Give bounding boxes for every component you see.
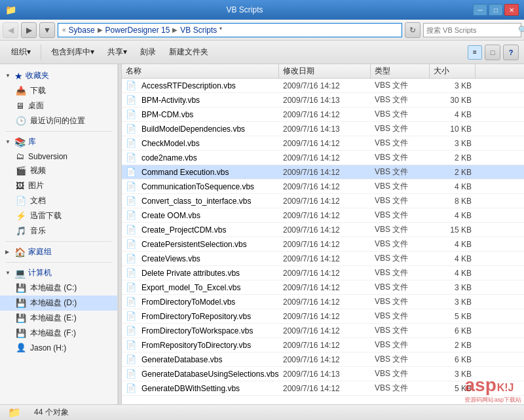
nav-item-subversion[interactable]: 🗂 Subversion [0,149,117,163]
statusbar: 📁 44 个对象 [0,404,524,420]
file-name: BPM-Activity.vbs [141,96,200,105]
table-row[interactable]: 📄 code2name.vbs 2009/7/16 14:12 VBS 文件 2… [122,151,524,165]
table-row[interactable]: 📄 FromDirectoryToModel.vbs 2009/7/16 14:… [122,295,524,309]
table-row[interactable]: 📄 CreatePersistentSelection.vbs 2009/7/1… [122,237,524,252]
nav-item-disk-h[interactable]: 👤 Jason (H:) [0,341,117,354]
nav-item-disk-f[interactable]: 💾 本地磁盘 (F:) [0,326,117,341]
nav-section-library: ▼ 📚 库 🗂 Subversion 🎬 视频 🖼 图片 📄 文档 ⚡ [0,134,117,239]
nav-item-xunlei[interactable]: ⚡ 迅雷下载 [0,208,117,223]
file-size-cell: 3 KB [430,136,476,150]
table-row[interactable]: 📄 Command Execution.vbs 2009/7/16 14:12 … [122,165,524,180]
nav-item-desktop[interactable]: 🖥 桌面 [0,98,117,113]
table-row[interactable]: 📄 Export_model_To_Excel.vbs 2009/7/16 14… [122,280,524,295]
file-name: BPM-CDM.vbs [141,110,193,119]
titlebar-title: VB Scripts [16,5,473,14]
file-name-cell: 📄 BPM-Activity.vbs [122,93,279,107]
file-size-cell: 2 KB [430,338,476,352]
nav-item-disk-e[interactable]: 💾 本地磁盘 (E:) [0,311,117,326]
file-size-cell: 3 KB [430,295,476,309]
file-date-cell: 2009/7/16 14:12 [279,338,371,352]
nav-item-video[interactable]: 🎬 视频 [0,163,117,178]
table-row[interactable]: 📄 BuildModelDependencies.vbs 2009/7/16 1… [122,122,524,136]
table-row[interactable]: 📄 BPM-Activity.vbs 2009/7/16 14:13 VBS 文… [122,93,524,107]
nav-divider-3 [5,262,112,263]
col-header-name[interactable]: 名称 [122,64,279,78]
table-row[interactable]: 📄 AccessRTFDescription.vbs 2009/7/16 14:… [122,79,524,93]
new-folder-button[interactable]: 新建文件夹 [163,43,214,62]
col-header-type[interactable]: 类型 [371,64,430,78]
path-sybase-label[interactable]: Sybase [69,26,95,35]
file-date-cell: 2009/7/16 14:12 [279,180,371,193]
nav-item-disk-d[interactable]: 💾 本地磁盘 (D:) [0,296,117,311]
file-icon: 📄 [126,225,136,235]
dropdown-button[interactable]: ▼ [39,22,55,38]
file-name-cell: 📄 GenerateDatabase.vbs [122,353,279,366]
table-row[interactable]: 📄 GenerateDBWithSetting.vbs 2009/7/16 14… [122,381,524,396]
refresh-button[interactable]: ↻ [405,22,421,38]
col-header-date[interactable]: 修改日期 [279,64,371,78]
share-button[interactable]: 共享▾ [102,43,133,62]
maximize-button[interactable]: □ [489,4,503,16]
nav-item-download[interactable]: 📥 下载 [0,83,117,98]
col-header-size[interactable]: 大小 [430,64,476,78]
table-row[interactable]: 📄 CreateViews.vbs 2009/7/16 14:12 VBS 文件… [122,252,524,266]
nav-item-disk-c[interactable]: 💾 本地磁盘 (C:) [0,280,117,296]
search-input[interactable] [426,26,517,34]
path-chevron[interactable]: ▾ [219,26,229,35]
help-button[interactable]: ? [503,45,519,60]
path-vbs[interactable]: VB Scripts [180,26,217,35]
search-icon[interactable]: 🔍 [518,26,524,35]
document-icon: 📄 [16,196,26,206]
forward-button[interactable]: ▶ [21,22,37,38]
nav-item-recent[interactable]: 🕒 最近访问的位置 [0,113,117,128]
filelist-header: 名称 修改日期 类型 大小 [122,64,524,79]
computer-icon: 💻 [14,268,26,278]
file-date-cell: 2009/7/16 14:12 [279,165,371,179]
table-row[interactable]: 📄 Convert_class_to_interface.vbs 2009/7/… [122,194,524,208]
nav-item-picture[interactable]: 🖼 图片 [0,178,117,193]
library-header[interactable]: ▼ 📚 库 [0,134,117,149]
file-date-cell: 2009/7/16 14:12 [279,107,371,121]
file-icon: 📄 [126,239,136,249]
back-button[interactable]: ◀ [3,22,18,38]
file-icon: 📄 [126,153,136,162]
homegroup-header[interactable]: ▶ 🏠 家庭组 [0,244,117,259]
file-type-cell: VBS 文件 [371,252,430,265]
table-row[interactable]: 📄 GenerateDatabase.vbs 2009/7/16 14:12 V… [122,353,524,367]
folder-icon-status: 📁 [8,406,21,419]
library-button[interactable]: 包含到库中▾ [45,43,100,62]
table-row[interactable]: 📄 Create OOM.vbs 2009/7/16 14:12 VBS 文件 … [122,208,524,223]
address-path[interactable]: « name Sybase ▶ PowerDesigner 15 ▶ VB Sc… [58,23,402,37]
close-button[interactable]: ✕ [504,4,519,16]
toolbar-sep-1 [41,45,41,60]
table-row[interactable]: 📄 FromRepositoryToDirectory.vbs 2009/7/1… [122,338,524,353]
table-row[interactable]: 📄 CheckModel.vbs 2009/7/16 14:12 VBS 文件 … [122,136,524,151]
favorites-header[interactable]: ▼ ★ 收藏夹 [0,68,117,83]
xunlei-label: 迅雷下载 [30,210,62,221]
file-name: GenerateDatabase.vbs [141,355,222,364]
view-button[interactable]: ≡ [468,45,482,60]
table-row[interactable]: 📄 BPM-CDM.vbs 2009/7/16 14:12 VBS 文件 4 K… [122,107,524,122]
file-date-cell: 2009/7/16 14:13 [279,367,371,381]
table-row[interactable]: 📄 Create_ProjectCDM.vbs 2009/7/16 14:12 … [122,223,524,237]
file-name-cell: 📄 AccessRTFDescription.vbs [122,79,279,92]
window-button[interactable]: □ [485,45,500,60]
file-date-cell: 2009/7/16 14:12 [279,266,371,280]
library-icon: 📚 [14,137,26,147]
nav-item-music[interactable]: 🎵 音乐 [0,223,117,239]
file-type-cell: VBS 文件 [371,367,430,381]
table-row[interactable]: 📄 CommunicationToSequence.vbs 2009/7/16 … [122,180,524,194]
nav-item-document[interactable]: 📄 文档 [0,193,117,208]
disk-e-icon: 💾 [16,313,26,323]
computer-header[interactable]: ▼ 💻 计算机 [0,265,117,280]
organize-button[interactable]: 组织▾ [5,43,37,62]
file-type-cell: VBS 文件 [371,93,430,107]
table-row[interactable]: 📄 FromDirectoryToRepository.vbs 2009/7/1… [122,309,524,324]
path-pd[interactable]: PowerDesigner 15 [105,26,170,35]
table-row[interactable]: 📄 GenerateDatabaseUsingSelections.vbs 20… [122,367,524,381]
minimize-button[interactable]: ─ [473,4,487,16]
titlebar: 📁 VB Scripts ─ □ ✕ [0,0,524,20]
table-row[interactable]: 📄 Delete Private attributes.vbs 2009/7/1… [122,266,524,280]
table-row[interactable]: 📄 FromDirectoryToWorkspace.vbs 2009/7/16… [122,324,524,338]
burn-button[interactable]: 刻录 [134,43,162,62]
